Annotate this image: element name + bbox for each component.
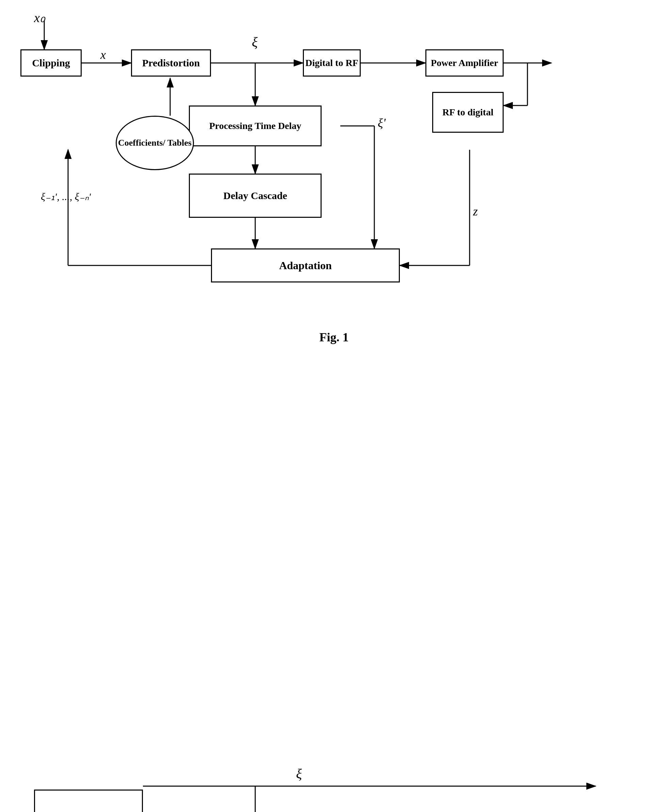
z-label-fig1: z: [473, 204, 478, 219]
rf-to-digital-box: RF to digital: [432, 92, 504, 133]
x-label: x: [100, 48, 106, 62]
adaptation-box-fig1: Adaptation: [211, 249, 400, 282]
xi-prime-label-fig1: ξ': [378, 116, 386, 130]
delay-cascade-box: Delay Cascade: [189, 174, 322, 218]
digital-to-rf-box: Digital to RF: [303, 49, 361, 77]
xi-label-fig1: ξ: [252, 34, 257, 50]
predistorter-box: Predistorter: [34, 790, 143, 812]
figure-2: ξ ξ' ξ₋₁' ξ₋₂' ... ... ξ₋ₙ₊₁' ξ₋ₙ' z Pre…: [0, 749, 668, 812]
figure-1: x₀ x ξ ξ' z ξ₋₁', ..., ξ₋ₙ' Clipping Pre…: [0, 0, 668, 374]
coefficients-tables-ellipse: Coefficients/ Tables: [116, 116, 194, 170]
xi-series-label-fig1: ξ₋₁', ..., ξ₋ₙ': [41, 190, 91, 202]
clipping-box: Clipping: [20, 49, 82, 77]
predistortion-box: Predistortion: [131, 49, 211, 77]
x0-label: x₀: [34, 10, 45, 25]
processing-time-delay-box-fig1: Processing Time Delay: [189, 105, 322, 146]
power-amplifier-box: Power Amplifier: [425, 49, 504, 77]
fig1-caption: Fig. 1: [0, 330, 668, 344]
xi-label-fig2: ξ: [296, 766, 302, 782]
